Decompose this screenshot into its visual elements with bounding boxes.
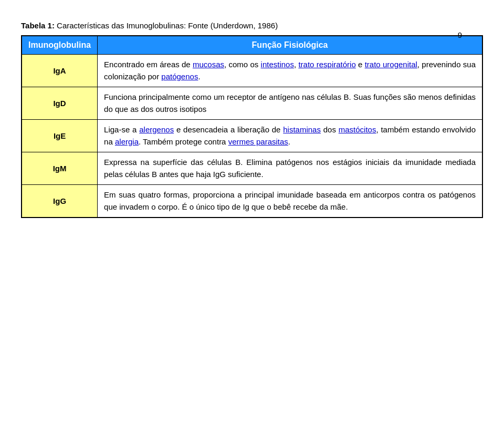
link-alergia[interactable]: alergia [115, 137, 139, 146]
table-title: Tabela 1: Características das Imunoglobu… [21, 21, 483, 30]
link-intestinos[interactable]: intestinos [261, 60, 294, 69]
link-patogenos-iga[interactable]: patógenos [161, 72, 198, 81]
header-funcao: Função Fisiológica [98, 36, 482, 55]
table-row: IgM Expressa na superfície das células B… [22, 152, 482, 185]
link-histaminas[interactable]: histaminas [283, 125, 321, 134]
igm-function: Expressa na superfície das células B. El… [98, 152, 482, 185]
igd-function: Funciona principalmente como um receptor… [98, 87, 482, 120]
igg-label: IgG [22, 185, 98, 218]
link-vermes-parasitas[interactable]: vermes parasitas [228, 137, 288, 146]
header-imunoglobulina: Imunoglobulina [22, 36, 98, 55]
table-title-rest: Características das Imunoglobulinas: Fon… [55, 21, 278, 30]
igg-function: Em suas quatro formas, proporciona a pri… [98, 185, 482, 218]
iga-label: IgA [22, 55, 98, 87]
link-alergenos[interactable]: alergenos [139, 125, 174, 134]
igm-label: IgM [22, 152, 98, 185]
ige-label: IgE [22, 120, 98, 152]
igd-label: IgD [22, 87, 98, 120]
imunoglobulinas-table: Imunoglobulina Função Fisiológica IgA En… [21, 35, 483, 218]
link-trato-urogenital[interactable]: trato urogenital [365, 60, 417, 69]
table-row: IgA Encontrado em áreas de mucosas, como… [22, 55, 482, 87]
table-row: IgG Em suas quatro formas, proporciona a… [22, 185, 482, 218]
table-row: IgE Liga-se a alergenos e desencadeia a … [22, 120, 482, 152]
table-header-row: Imunoglobulina Função Fisiológica [22, 36, 482, 55]
page-number: 9 [458, 30, 462, 39]
iga-function: Encontrado em áreas de mucosas, como os … [98, 55, 482, 87]
link-mucosas[interactable]: mucosas [193, 60, 224, 69]
table-row: IgD Funciona principalmente como um rece… [22, 87, 482, 120]
ige-function: Liga-se a alergenos e desencadeia a libe… [98, 120, 482, 152]
link-mastocitos[interactable]: mastócitos [339, 125, 376, 134]
table-title-bold: Tabela 1: [21, 21, 55, 30]
link-trato-respiratorio[interactable]: trato respiratório [298, 60, 355, 69]
